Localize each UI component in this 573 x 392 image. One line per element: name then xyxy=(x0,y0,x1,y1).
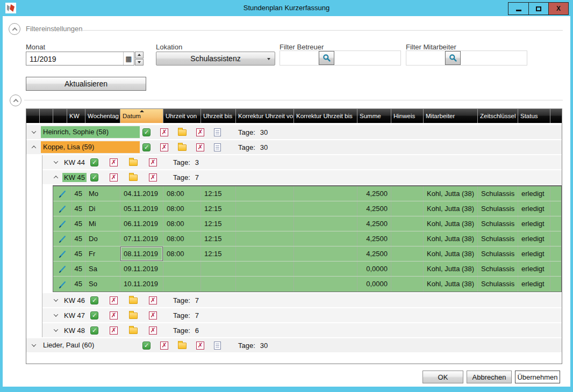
folder-icon[interactable] xyxy=(129,175,138,181)
spinner-up-button[interactable] xyxy=(135,52,144,59)
wochentag-cell[interactable]: Sa xyxy=(85,262,120,276)
calendar-button[interactable]: ▦ xyxy=(123,52,134,65)
zeitschluessel-cell[interactable]: Schulassis xyxy=(478,262,518,276)
hinweis-cell[interactable] xyxy=(391,201,424,216)
uebernehmen-button[interactable]: Übernehmen xyxy=(515,371,560,383)
red-x-icon[interactable]: ✗ xyxy=(149,311,157,320)
datum-cell[interactable]: 10.11.2019 xyxy=(120,277,163,292)
minimize-button[interactable] xyxy=(508,3,528,14)
edit-cell[interactable] xyxy=(53,246,72,261)
korrektur-von-cell[interactable] xyxy=(236,277,294,292)
edit-cell[interactable] xyxy=(53,186,72,201)
document-icon[interactable] xyxy=(214,128,221,136)
uhrzeit-bis-cell[interactable]: 12:15 xyxy=(201,186,236,201)
mitarbeiter-cell[interactable]: Kohl, Jutta (38) xyxy=(424,262,478,276)
red-x-icon[interactable]: ✗ xyxy=(160,143,168,151)
group-row-koppe[interactable]: Koppe, Lisa (59) ✓ ✗ ✗ Tage:30 xyxy=(26,140,562,154)
korrektur-bis-cell[interactable] xyxy=(294,201,357,216)
document-icon[interactable] xyxy=(214,143,221,151)
column-header-zeitschluessel[interactable]: Zeitschlüssel xyxy=(478,109,518,123)
datum-cell[interactable]: 07.11.2019 xyxy=(120,231,163,246)
group-row-heinrich[interactable]: Heinrich, Sophie (58) ✓ ✗ ✗ Tage:30 xyxy=(26,125,562,139)
uhrzeit-von-cell[interactable] xyxy=(163,262,201,276)
korrektur-von-cell[interactable] xyxy=(236,201,294,216)
mitarbeiter-cell[interactable]: Kohl, Jutta (38) xyxy=(424,201,478,216)
mitarbeiter-search-button[interactable] xyxy=(445,51,461,65)
monat-value[interactable]: 11/2019 xyxy=(26,52,123,65)
check-icon[interactable]: ✓ xyxy=(90,326,98,335)
red-x-icon[interactable]: ✗ xyxy=(160,128,168,136)
kw-cell[interactable]: 45 xyxy=(72,246,85,261)
expand-chevron-icon[interactable] xyxy=(54,327,58,331)
zeitschluessel-cell[interactable]: Schulassis xyxy=(478,216,518,231)
monat-input[interactable]: 11/2019 ▦ xyxy=(26,52,134,66)
zeitschluessel-cell[interactable]: Schulassis xyxy=(478,246,518,261)
wochentag-cell[interactable]: Di xyxy=(85,201,120,216)
folder-icon[interactable] xyxy=(129,328,138,334)
hinweis-cell[interactable] xyxy=(391,246,424,261)
uhrzeit-von-cell[interactable]: 08:00 xyxy=(163,246,201,261)
check-icon[interactable]: ✓ xyxy=(142,128,151,136)
wochentag-cell[interactable]: Fr xyxy=(85,246,120,261)
expand-chevron-icon[interactable] xyxy=(54,159,58,163)
red-x-icon[interactable]: ✗ xyxy=(149,326,157,335)
kw-cell[interactable]: 45 xyxy=(72,186,85,201)
column-header-status[interactable]: Status xyxy=(518,109,550,123)
red-x-icon[interactable]: ✗ xyxy=(149,158,157,166)
hinweis-cell[interactable] xyxy=(391,216,424,231)
folder-icon[interactable] xyxy=(178,343,187,349)
mitarbeiter-cell[interactable]: Kohl, Jutta (38) xyxy=(424,186,478,201)
uhrzeit-von-cell[interactable] xyxy=(163,277,201,292)
status-cell[interactable]: erledigt xyxy=(518,277,550,292)
kw-cell[interactable]: 45 xyxy=(72,262,85,276)
uhrzeit-von-cell[interactable]: 08:00 xyxy=(163,231,201,246)
uhrzeit-bis-cell[interactable] xyxy=(201,262,236,276)
korrektur-bis-cell[interactable] xyxy=(294,216,357,231)
week-row-kw44[interactable]: KW 44 ✓ ✗ ✗ Tage:3 xyxy=(42,155,562,169)
check-icon[interactable]: ✓ xyxy=(142,143,151,151)
folder-icon[interactable] xyxy=(129,313,138,319)
datum-cell[interactable]: 09.11.2019 xyxy=(120,262,163,276)
betreuer-search-button[interactable] xyxy=(319,51,334,65)
mitarbeiter-cell[interactable]: Kohl, Jutta (38) xyxy=(424,277,478,292)
hinweis-cell[interactable] xyxy=(391,186,424,201)
edit-cell[interactable] xyxy=(53,201,72,216)
kw-cell[interactable]: 45 xyxy=(72,231,85,246)
expand-chevron-icon[interactable] xyxy=(32,342,36,346)
red-x-icon[interactable]: ✗ xyxy=(196,342,204,350)
red-x-icon[interactable]: ✗ xyxy=(149,173,157,182)
spinner-down-button[interactable] xyxy=(135,59,144,66)
column-header-blank[interactable] xyxy=(53,109,67,123)
uhrzeit-bis-cell[interactable]: 12:15 xyxy=(201,201,236,216)
check-icon[interactable]: ✓ xyxy=(90,158,98,166)
zeitschluessel-cell[interactable]: Schulassis xyxy=(478,186,518,201)
maximize-button[interactable] xyxy=(528,3,548,14)
wochentag-cell[interactable]: So xyxy=(85,277,120,292)
summe-cell[interactable]: 4,2500 xyxy=(357,201,391,216)
datum-cell[interactable]: 04.11.2019 xyxy=(120,186,163,201)
lokation-select[interactable]: Schulassistenz xyxy=(156,52,275,66)
hinweis-cell[interactable] xyxy=(391,231,424,246)
datum-cell-selected[interactable]: 08.11.2019 xyxy=(120,246,163,261)
summe-cell[interactable]: 0,0000 xyxy=(357,277,391,292)
uhrzeit-bis-cell[interactable]: 12:15 xyxy=(201,216,236,231)
column-header-blank[interactable] xyxy=(26,109,40,123)
column-header-korrektur-bis[interactable]: Korrektur Uhrzeit bis xyxy=(294,109,357,123)
abbrechen-button[interactable]: Abbrechen xyxy=(467,371,512,383)
folder-icon[interactable] xyxy=(129,297,138,304)
wochentag-cell[interactable]: Mo xyxy=(85,186,120,201)
red-x-icon[interactable]: ✗ xyxy=(110,326,118,335)
mitarbeiter-cell[interactable]: Kohl, Jutta (38) xyxy=(424,216,478,231)
column-header-blank[interactable] xyxy=(550,109,562,123)
collapse-filters-button[interactable] xyxy=(9,23,20,35)
week-row-kw47[interactable]: KW 47 ✓ ✗ ✗ Tage:7 xyxy=(42,308,562,322)
red-x-icon[interactable]: ✗ xyxy=(110,296,118,304)
check-icon[interactable]: ✓ xyxy=(90,296,98,304)
hinweis-cell[interactable] xyxy=(391,277,424,292)
korrektur-bis-cell[interactable] xyxy=(294,262,357,276)
edit-cell[interactable] xyxy=(53,277,72,292)
edit-cell[interactable] xyxy=(53,231,72,246)
korrektur-bis-cell[interactable] xyxy=(294,186,357,201)
filter-mitarbeiter-text[interactable] xyxy=(406,51,445,65)
kw-cell[interactable]: 45 xyxy=(72,216,85,231)
